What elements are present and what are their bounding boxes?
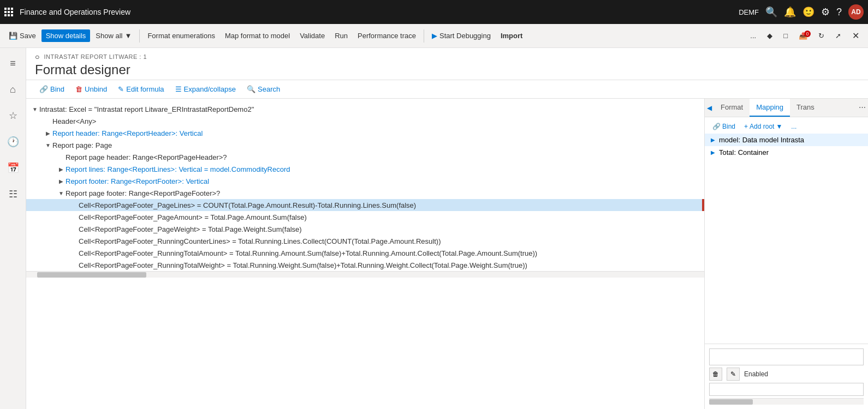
right-tabs: ◀ Format Mapping Trans ⋯: [705, 99, 868, 117]
right-horizontal-scrollbar[interactable]: [709, 398, 864, 405]
tree-item[interactable]: Cell<ReportPageFooter_RunningTotalAmount…: [26, 247, 704, 259]
search-icon-action: 🔍: [247, 85, 255, 93]
right-panel-content: 🔗 Bind + Add root ▼ ... ▶ model: D: [705, 117, 868, 344]
unbind-button[interactable]: 🗑 Unbind: [71, 83, 111, 95]
nav-home-icon2[interactable]: ⌂: [2, 79, 24, 100]
add-root-button[interactable]: + Add root ▼: [741, 122, 786, 131]
map-format-to-model-button[interactable]: Map format to model: [221, 29, 294, 42]
tree-item[interactable]: Report page footer: Range<ReportPageFoot…: [26, 187, 704, 199]
mapping-action-bar: 🔗 Bind + Add root ▼ ...: [705, 119, 868, 134]
enabled-label: Enabled: [744, 370, 768, 378]
edit-formula-button[interactable]: ✎ Edit formula: [114, 83, 168, 95]
split-view: Intrastat: Excel = "Intrastat report Lit…: [26, 99, 868, 409]
link-small-icon: 🔗: [712, 123, 721, 130]
action-bar: 🔗 Bind 🗑 Unbind ✎ Edit formula ☰ Expand/…: [26, 80, 868, 99]
badge-icon-button[interactable]: 📤 0: [794, 29, 812, 42]
enabled-value-input[interactable]: [709, 383, 864, 396]
tree-item[interactable]: Report page header: Range<ReportPageHead…: [26, 151, 704, 163]
plus-icon: +: [744, 123, 748, 130]
pencil-icon: ✎: [118, 85, 124, 93]
expand-icon: ☰: [175, 85, 182, 93]
panel-icon-button[interactable]: □: [779, 29, 792, 42]
tab-format[interactable]: Format: [714, 99, 750, 117]
diamond-icon-button[interactable]: ◆: [763, 29, 777, 42]
mapping-item-text: model: Data model Intrasta: [719, 136, 804, 144]
smiley-icon[interactable]: 🙂: [802, 6, 815, 18]
tree-item[interactable]: Report footer: Range<ReportFooter>: Vert…: [26, 175, 704, 187]
nav-favorites-icon[interactable]: ☆: [2, 105, 24, 127]
page-title: Format designer: [35, 62, 859, 77]
tree-item[interactable]: Cell<ReportPageFooter_RunningCounterLine…: [26, 235, 704, 247]
tree-item[interactable]: Cell<ReportPageFooter_PageWeight> = Tota…: [26, 223, 704, 235]
validate-button[interactable]: Validate: [295, 29, 329, 42]
refresh-icon-button[interactable]: ↻: [814, 29, 829, 42]
back-arrow-icon[interactable]: ◀: [705, 99, 714, 117]
filter-icon[interactable]: ○: [35, 52, 39, 61]
tree-item[interactable]: Cell<ReportPageFooter_RunningTotalWeight…: [26, 259, 704, 271]
link-icon: 🔗: [39, 85, 48, 93]
toggle-icon-1[interactable]: [31, 105, 39, 113]
tree-item[interactable]: Intrastat: Excel = "Intrastat report Lit…: [26, 103, 704, 115]
format-enumerations-button[interactable]: Format enumerations: [143, 29, 219, 42]
nav-home-icon[interactable]: ≡: [2, 52, 24, 74]
grid-icon[interactable]: [4, 7, 15, 17]
search-button[interactable]: 🔍 Search: [242, 83, 284, 95]
right-scrollbar-thumb[interactable]: [709, 399, 753, 405]
toggle-icon-8[interactable]: [57, 189, 66, 197]
nav-recent-icon[interactable]: 🕐: [2, 131, 24, 153]
tab-trans[interactable]: Trans: [790, 99, 821, 117]
nav-calendar-icon[interactable]: 📅: [2, 157, 24, 179]
dropdown-chevron-icon: ▼: [125, 32, 132, 40]
tab-mapping[interactable]: Mapping: [750, 99, 790, 117]
run-button[interactable]: Run: [330, 29, 352, 42]
toggle-icon-6[interactable]: [57, 165, 66, 173]
mapping-item-total[interactable]: ▶ Total: Container: [705, 146, 868, 159]
performance-trace-button[interactable]: Performance trace: [353, 29, 420, 42]
save-button[interactable]: 💾 Save: [4, 29, 40, 42]
mapping-bind-button[interactable]: 🔗 Bind: [709, 122, 739, 131]
edit-pencil-button[interactable]: ✎: [727, 368, 740, 381]
formula-input[interactable]: [709, 348, 864, 365]
toolbar-separator-2: [424, 29, 424, 43]
popout-icon-button[interactable]: ➚: [831, 29, 846, 42]
page-subtitle: INTRASTAT REPORT LITWARE : 1: [44, 53, 147, 60]
right-panel: ◀ Format Mapping Trans ⋯: [704, 99, 868, 409]
show-all-button[interactable]: Show all ▼: [91, 29, 136, 42]
tree-item[interactable]: Report lines: Range<ReportLines>: Vertic…: [26, 163, 704, 175]
more-button[interactable]: ...: [746, 29, 760, 42]
import-button[interactable]: Import: [496, 29, 527, 42]
mapping-toggle-1[interactable]: ▶: [709, 136, 717, 144]
tree-item[interactable]: Report header: Range<ReportHeader>: Vert…: [26, 127, 704, 139]
app-bar: Finance and Operations Preview DEMF 🔍 🔔 …: [0, 0, 868, 24]
tree-item[interactable]: Header<Any>: [26, 115, 704, 127]
gear-icon[interactable]: ⚙: [821, 6, 830, 18]
show-details-button[interactable]: Show details: [41, 29, 91, 42]
expand-collapse-button[interactable]: ☰ Expand/collapse: [171, 83, 240, 95]
toggle-icon-3[interactable]: [44, 129, 52, 137]
help-icon[interactable]: ?: [836, 7, 842, 18]
add-root-chevron: ▼: [776, 123, 782, 130]
tree-item[interactable]: Cell<ReportPageFooter_PageAmount> = Tota…: [26, 211, 704, 223]
bell-icon[interactable]: 🔔: [784, 6, 796, 18]
toggle-icon-4[interactable]: [44, 141, 52, 149]
mapping-item-model[interactable]: ▶ model: Data model Intrasta: [705, 134, 868, 146]
main-layout: ≡ ⌂ ☆ 🕐 📅 ☷ ○ INTRASTAT REPORT LITWARE :…: [0, 48, 868, 409]
horizontal-scrollbar[interactable]: [26, 271, 704, 278]
tree-item-selected[interactable]: Cell<ReportPageFooter_PageLines> = COUNT…: [26, 199, 704, 211]
nav-list-icon[interactable]: ☷: [2, 183, 24, 205]
delete-button[interactable]: 🗑: [709, 368, 722, 381]
toggle-icon-7[interactable]: [57, 177, 66, 185]
search-icon[interactable]: 🔍: [765, 6, 777, 18]
app-title: Finance and Operations Preview: [20, 8, 734, 16]
bind-button[interactable]: 🔗 Bind: [35, 83, 69, 95]
scrollbar-thumb[interactable]: [37, 272, 146, 278]
page-header: ○ INTRASTAT REPORT LITWARE : 1 Format de…: [26, 48, 868, 80]
more-tabs-icon[interactable]: ⋯: [857, 99, 868, 117]
avatar[interactable]: AD: [848, 4, 864, 20]
start-debugging-button[interactable]: ▶ Start Debugging: [427, 29, 495, 42]
close-icon-button[interactable]: ✕: [848, 28, 864, 43]
mapping-more-button[interactable]: ...: [788, 122, 800, 131]
mapping-toggle-2[interactable]: ▶: [709, 149, 717, 157]
bottom-editor-area: 🗑 ✎ Enabled: [705, 344, 868, 409]
tree-item[interactable]: Report page: Page: [26, 139, 704, 151]
